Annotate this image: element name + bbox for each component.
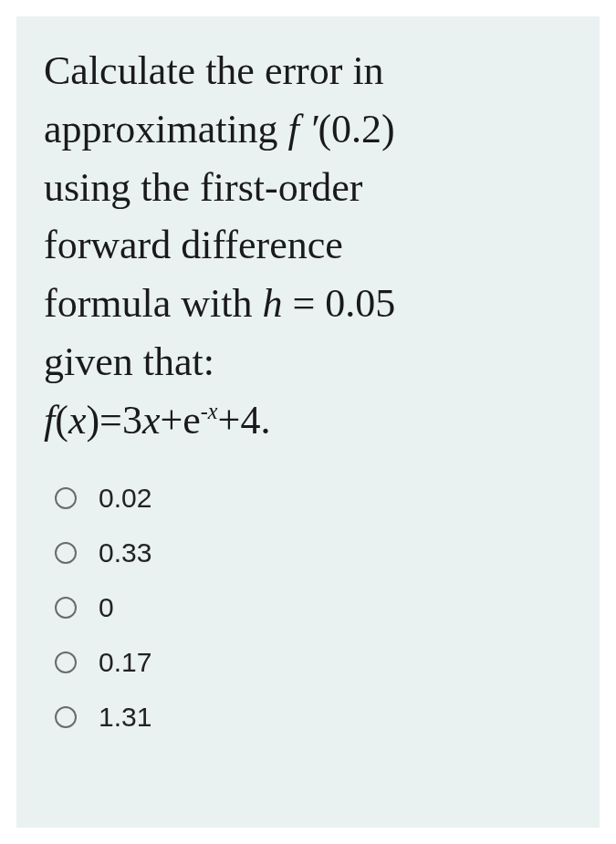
option-label: 1.31 <box>99 702 151 733</box>
question-line-5a: formula with <box>44 281 263 326</box>
radio-icon <box>55 487 77 509</box>
option-0[interactable]: 0.02 <box>55 483 572 514</box>
question-line-3: using the first-order <box>44 165 362 210</box>
radio-icon <box>55 651 77 673</box>
option-2[interactable]: 0 <box>55 592 572 623</box>
option-label: 0.02 <box>99 483 151 514</box>
eq-open: ( <box>55 398 68 443</box>
option-3[interactable]: 0.17 <box>55 647 572 678</box>
radio-icon <box>55 542 77 564</box>
eq-tail: +4. <box>218 398 271 443</box>
eq-x2: x <box>142 398 161 443</box>
question-line-4: forward difference <box>44 223 343 267</box>
question-line-1: Calculate the error in <box>44 48 384 93</box>
radio-icon <box>55 706 77 728</box>
question-card: Calculate the error in approximating f ′… <box>16 16 600 828</box>
question-fprime: f ′ <box>288 107 318 151</box>
option-1[interactable]: 0.33 <box>55 537 572 568</box>
option-label: 0.17 <box>99 647 151 678</box>
option-4[interactable]: 1.31 <box>55 702 572 733</box>
question-line-6: given that: <box>44 339 214 384</box>
eq-close-eq: )=3 <box>86 398 141 443</box>
question-line-5b: = 0.05 <box>283 281 396 326</box>
options-list: 0.02 0.33 0 0.17 1.31 <box>44 483 572 733</box>
option-label: 0.33 <box>99 537 151 568</box>
question-line-2a: approximating <box>44 107 288 151</box>
eq-plus-e: +e <box>160 398 200 443</box>
question-text: Calculate the error in approximating f ′… <box>44 42 572 450</box>
eq-exp: -x <box>201 399 218 423</box>
radio-icon <box>55 597 77 619</box>
option-label: 0 <box>99 592 114 623</box>
question-h: h <box>263 281 283 326</box>
eq-f: f <box>44 398 55 443</box>
question-arg: (0.2) <box>318 107 394 151</box>
eq-x1: x <box>68 398 87 443</box>
